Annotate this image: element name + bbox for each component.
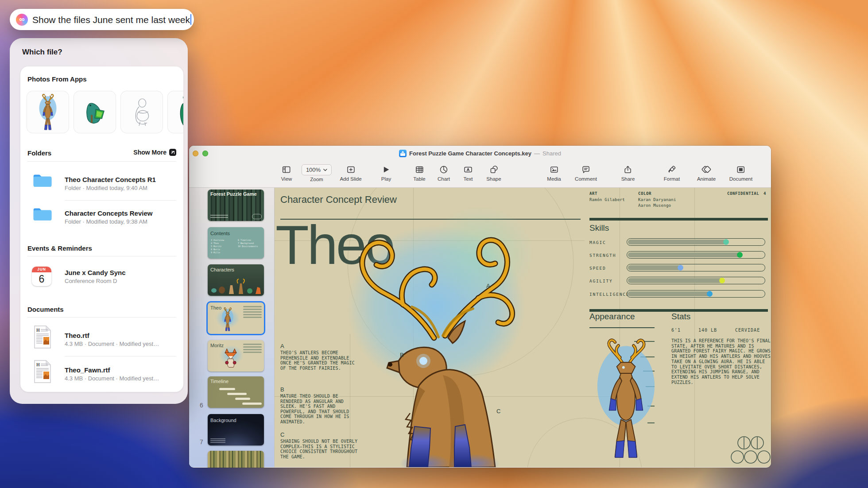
mini-theo-art <box>217 307 239 332</box>
format-icon <box>667 164 676 175</box>
folders-section-title: Folders <box>27 149 51 157</box>
title-dash: — <box>534 150 540 157</box>
document-button[interactable]: Document <box>729 164 752 182</box>
siri-icon <box>16 14 28 26</box>
marker-b: B <box>400 352 404 358</box>
turtle-character-image <box>81 98 108 126</box>
document-row-theo-rtf[interactable]: Theo.rtf 4.3 MB · Document · Modified ye… <box>65 331 176 348</box>
photo-thumb-green-character[interactable] <box>167 91 183 133</box>
shape-button[interactable]: Shape <box>486 164 501 182</box>
slide-thumbnail-moritz[interactable]: Moritz <box>208 340 264 372</box>
skill-bar-agility: AGILITY <box>589 277 768 284</box>
skill-bar-magic: MAGIC <box>589 238 768 246</box>
stats-title: Stats <box>671 312 690 321</box>
event-row-june-candy-sync[interactable]: June x Candy Sync Conference Room D <box>65 268 176 285</box>
document-title: Forest Puzzle Game Character Concepts.ke… <box>409 150 531 157</box>
document-row-theo-fawn-rtf[interactable]: Theo_Fawn.rtf 4.3 MB · Document · Modifi… <box>65 366 176 383</box>
slide-thumbnail-timeline[interactable]: Timeline <box>208 376 264 408</box>
media-button[interactable]: Media <box>547 164 561 182</box>
stat-weight: 140 LB <box>698 328 717 333</box>
animate-button[interactable]: Animate <box>697 164 716 182</box>
media-icon <box>550 164 558 175</box>
comment-icon <box>581 164 590 175</box>
folder-row-theo-character-concepts[interactable]: Theo Character Concepts R1 Folder · Modi… <box>65 175 176 192</box>
text-icon <box>463 164 473 175</box>
green-character-image <box>175 94 183 130</box>
table-button[interactable]: Table <box>413 164 426 182</box>
sketch-character-image <box>128 96 155 128</box>
slide-navigator: Forest Puzzle Game Contents 3 Overview 4… <box>189 188 275 467</box>
appearance-title: Appearance <box>589 312 635 321</box>
slide-thumbnail-characters[interactable]: Characters <box>208 264 264 296</box>
folder-row-character-concepts-review[interactable]: Character Concepts Review Folder · Modif… <box>65 209 176 226</box>
comment-button[interactable]: Comment <box>575 164 597 182</box>
mini-moritz-art <box>221 347 240 368</box>
rtf-document-icon: H <box>33 325 52 349</box>
chart-icon <box>439 164 448 175</box>
slide-thumbnail-forest-puzzle-game[interactable]: Forest Puzzle Game <box>208 190 264 221</box>
photo-thumb-deer-character[interactable] <box>27 91 69 133</box>
keynote-window: Forest Puzzle Game Character Concepts.ke… <box>189 146 771 468</box>
slide-title: Character Concept Review <box>280 194 397 205</box>
share-button[interactable]: Share <box>621 164 635 182</box>
photos-section-title: Photos From Apps <box>27 75 87 83</box>
stat-species: CERVIDAE <box>735 328 760 333</box>
siri-results-panel: Which file? Photos From Apps <box>10 38 188 404</box>
calendar-icon: JUN 6 <box>32 267 51 286</box>
add-slide-icon <box>346 164 355 175</box>
slide-thumbnail-background[interactable]: Background <box>208 414 264 445</box>
svg-text:H: H <box>36 362 40 367</box>
text-button[interactable]: Text <box>463 164 473 182</box>
shared-status: Shared <box>542 150 561 157</box>
slide-thumbnail-environments[interactable] <box>208 451 264 468</box>
format-button[interactable]: Format <box>664 164 680 182</box>
theo-illustration <box>332 205 536 467</box>
contents-list-right: 6 Timeline 7 Background 10 Environments <box>238 239 258 248</box>
skills-title: Skills <box>589 223 609 233</box>
play-icon <box>382 164 390 175</box>
documents-section-title: Documents <box>27 306 64 313</box>
deer-character-image <box>35 93 61 131</box>
stat-height: 6'1 <box>671 328 681 333</box>
slide-canvas[interactable]: Character Concept Review ART Ramón Gilab… <box>275 188 771 467</box>
slide-number-6: 6 <box>200 402 203 409</box>
rtf-document-icon: H <box>33 360 52 383</box>
contents-list-left: 3 Overview 4 Theo 5 Moritz 8 Boris 9 Mil… <box>211 239 224 254</box>
window-title: Forest Puzzle Game Character Concepts.ke… <box>189 146 771 161</box>
slide-thumbnail-theo-selected[interactable]: Theo <box>208 302 264 334</box>
chart-button[interactable]: Chart <box>438 164 450 182</box>
zoom-value[interactable]: 100% <box>302 164 332 175</box>
slide-thumbnail-contents[interactable]: Contents 3 Overview 4 Theo 5 Moritz 8 Bo… <box>208 227 264 259</box>
logo-circles-icon <box>252 214 262 219</box>
folder-icon <box>33 205 52 223</box>
photo-thumb-sketch-character[interactable] <box>120 91 163 133</box>
text-cursor <box>190 14 191 25</box>
share-icon <box>624 164 632 175</box>
character-lineup-art <box>208 277 264 295</box>
photo-thumb-turtle-character[interactable] <box>74 91 116 133</box>
titlebar[interactable]: Forest Puzzle Game Character Concepts.ke… <box>189 146 771 161</box>
search-query[interactable]: Show the files June sent me last week <box>32 14 191 25</box>
svg-text:H: H <box>36 328 40 333</box>
events-section-title: Events & Reminders <box>27 244 92 252</box>
animate-icon <box>701 164 712 175</box>
zoom-control[interactable]: 100% Zoom <box>302 164 332 182</box>
view-button[interactable]: View <box>281 164 292 182</box>
play-button[interactable]: Play <box>381 164 391 182</box>
slide-number-7: 7 <box>200 438 203 445</box>
skill-bar-intelligence: INTELLIGENCE <box>589 290 768 298</box>
siri-search-bar[interactable]: Show the files June sent me last week <box>10 9 194 30</box>
confidential-label: CONFIDENTIAL <box>727 191 759 196</box>
desktop-wallpaper: Forest Puzzle Game Character Concepts.ke… <box>0 0 868 488</box>
skill-bar-strength: STRENGTH <box>589 251 768 259</box>
show-more-button[interactable]: Show More <box>133 149 176 156</box>
note-c: C SHADING SHOULD NOT BE OVERLY COMPLEX—T… <box>280 431 363 459</box>
credit-color-label: COLOR <box>638 191 651 196</box>
credit-art-name: Ramón Gilabert <box>589 197 625 203</box>
appearance-reference-art <box>597 334 655 463</box>
skill-bar-speed: SPEED <box>589 264 768 271</box>
add-slide-button[interactable]: Add Slide <box>340 164 361 182</box>
table-icon <box>415 164 424 175</box>
document-icon <box>736 164 745 175</box>
results-card: Photos From Apps <box>20 66 183 392</box>
